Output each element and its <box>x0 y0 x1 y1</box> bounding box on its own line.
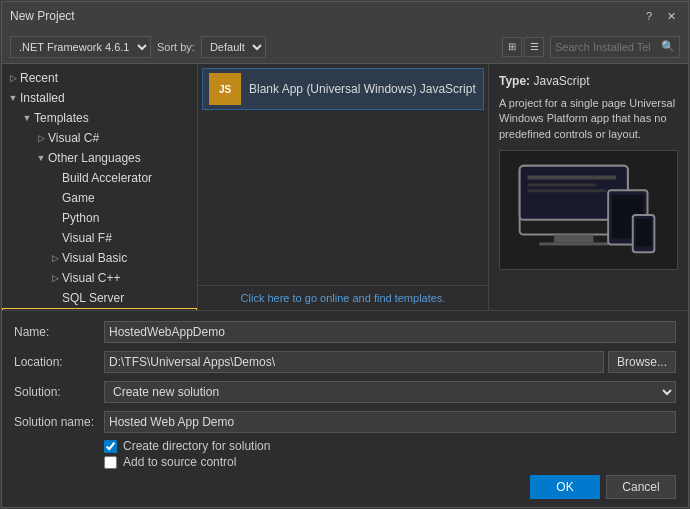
sidebar-item-visual-c[interactable]: ▷ Visual C# <box>2 128 197 148</box>
toolbar: .NET Framework 4.6.1 Sort by: Default ⊞ … <box>2 30 688 64</box>
add-source-row: Add to source control <box>104 455 676 469</box>
template-item-blank-app[interactable]: JS Blank App (Universal Windows) JavaScr… <box>202 68 484 110</box>
dialog-buttons: OK Cancel <box>14 475 676 499</box>
sidebar-item-visual-basic[interactable]: ▷ Visual Basic <box>2 248 197 268</box>
sidebar: ▷ Recent ▼ Installed ▼ Templates ▷ Visua… <box>2 64 198 310</box>
location-row: Location: Browse... <box>14 349 676 375</box>
svg-rect-3 <box>539 243 608 246</box>
sidebar-item-label: Build Accelerator <box>62 171 193 185</box>
new-project-dialog: New Project ? ✕ .NET Framework 4.6.1 Sor… <box>1 1 689 508</box>
type-row: Type: JavaScript <box>499 74 678 88</box>
solution-name-label: Solution name: <box>14 415 104 429</box>
help-button[interactable]: ? <box>640 7 658 25</box>
template-name: Blank App (Universal Windows) JavaScript <box>249 82 476 96</box>
svg-rect-7 <box>636 219 652 247</box>
grid-view-button[interactable]: ⊞ <box>502 37 522 57</box>
sidebar-item-label: SQL Server <box>62 291 193 305</box>
sort-select[interactable]: Default <box>201 36 266 58</box>
visual-c-arrow: ▷ <box>34 131 48 145</box>
svg-rect-10 <box>528 190 607 193</box>
solution-label: Solution: <box>14 385 104 399</box>
template-list: JS Blank App (Universal Windows) JavaScr… <box>198 64 488 285</box>
name-row: Name: <box>14 319 676 345</box>
title-bar: New Project ? ✕ <box>2 2 688 30</box>
location-label: Location: <box>14 355 104 369</box>
template-icon: JS <box>209 73 241 105</box>
view-buttons: ⊞ ☰ <box>502 37 544 57</box>
sql-arrow <box>48 291 62 305</box>
sidebar-item-label: Recent <box>20 71 193 85</box>
sidebar-item-label: Visual C# <box>48 131 193 145</box>
sidebar-item-visual-f[interactable]: Visual F# <box>2 228 197 248</box>
sidebar-item-visual-cpp[interactable]: ▷ Visual C++ <box>2 268 197 288</box>
type-description: A project for a single page Universal Wi… <box>499 96 678 142</box>
create-directory-checkbox[interactable] <box>104 440 117 453</box>
sidebar-item-label: Visual C++ <box>62 271 193 285</box>
sidebar-item-sql-server[interactable]: SQL Server <box>2 288 197 308</box>
game-arrow <box>48 191 62 205</box>
create-directory-label: Create directory for solution <box>123 439 270 453</box>
recent-arrow: ▷ <box>6 71 20 85</box>
framework-select[interactable]: .NET Framework 4.6.1 <box>10 36 151 58</box>
preview-box <box>499 150 678 270</box>
add-source-label: Add to source control <box>123 455 236 469</box>
right-panel: Type: JavaScript A project for a single … <box>488 64 688 310</box>
sidebar-item-recent[interactable]: ▷ Recent <box>2 68 197 88</box>
sidebar-item-label: Installed <box>20 91 193 105</box>
online-link[interactable]: Click here to go online and find templat… <box>198 285 488 310</box>
installed-arrow: ▼ <box>6 91 20 105</box>
list-view-button[interactable]: ☰ <box>524 37 544 57</box>
svg-rect-8 <box>528 176 617 180</box>
sidebar-item-build-acc[interactable]: Build Accelerator <box>2 168 197 188</box>
title-bar-controls: ? ✕ <box>640 7 680 25</box>
solution-name-input[interactable] <box>104 411 676 433</box>
name-input[interactable] <box>104 321 676 343</box>
solution-select[interactable]: Create new solution <box>104 381 676 403</box>
visual-basic-arrow: ▷ <box>48 251 62 265</box>
main-content: ▷ Recent ▼ Installed ▼ Templates ▷ Visua… <box>2 64 688 310</box>
type-label: Type: <box>499 74 530 88</box>
build-acc-arrow <box>48 171 62 185</box>
name-label: Name: <box>14 325 104 339</box>
sidebar-item-label: Other Languages <box>48 151 193 165</box>
other-lang-arrow: ▼ <box>34 151 48 165</box>
browse-button[interactable]: Browse... <box>608 351 676 373</box>
solution-row: Solution: Create new solution <box>14 379 676 405</box>
sidebar-item-installed[interactable]: ▼ Installed <box>2 88 197 108</box>
preview-svg <box>500 151 677 269</box>
center-panel: JS Blank App (Universal Windows) JavaScr… <box>198 64 488 310</box>
sidebar-item-label: Game <box>62 191 193 205</box>
sidebar-item-templates[interactable]: ▼ Templates <box>2 108 197 128</box>
sidebar-item-label: Visual F# <box>62 231 193 245</box>
search-icon: 🔍 <box>661 40 675 53</box>
visual-f-arrow <box>48 231 62 245</box>
sidebar-item-other-languages[interactable]: ▼ Other Languages <box>2 148 197 168</box>
create-dir-row: Create directory for solution <box>104 439 676 453</box>
svg-rect-2 <box>554 235 593 243</box>
ok-button[interactable]: OK <box>530 475 600 499</box>
sidebar-item-label: Templates <box>34 111 193 125</box>
cancel-button[interactable]: Cancel <box>606 475 676 499</box>
visual-cpp-arrow: ▷ <box>48 271 62 285</box>
bottom-panel: Name: Location: Browse... Solution: Crea… <box>2 310 688 507</box>
python-arrow <box>48 211 62 225</box>
solution-name-row: Solution name: <box>14 409 676 435</box>
sidebar-item-game[interactable]: Game <box>2 188 197 208</box>
location-input[interactable] <box>104 351 604 373</box>
search-box: 🔍 <box>550 36 680 58</box>
sidebar-item-label: Python <box>62 211 193 225</box>
sidebar-item-python[interactable]: Python <box>2 208 197 228</box>
search-input[interactable] <box>555 41 657 53</box>
close-button[interactable]: ✕ <box>662 7 680 25</box>
dialog-title: New Project <box>10 9 75 23</box>
sort-label: Sort by: <box>157 41 195 53</box>
add-source-checkbox[interactable] <box>104 456 117 469</box>
templates-arrow: ▼ <box>20 111 34 125</box>
sidebar-item-label: Visual Basic <box>62 251 193 265</box>
type-value: JavaScript <box>533 74 589 88</box>
js-icon-text: JS <box>219 84 231 95</box>
svg-rect-9 <box>528 184 597 187</box>
